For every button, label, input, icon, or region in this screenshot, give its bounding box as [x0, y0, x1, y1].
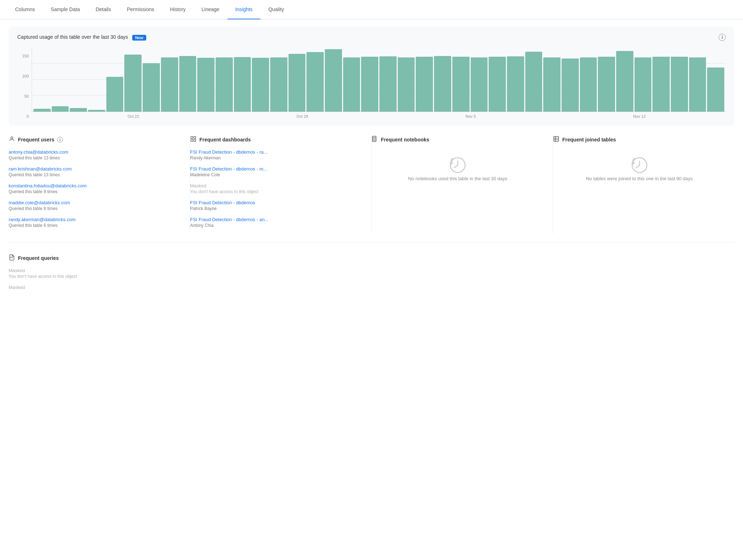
frequent-queries-title: Frequent queries [18, 255, 59, 261]
frequent-queries-header: Frequent queries [9, 254, 734, 262]
tab-lineage[interactable]: Lineage [194, 0, 227, 19]
bar-0 [33, 109, 51, 112]
svg-rect-3 [191, 140, 193, 141]
frequent-users-info-icon[interactable]: ℹ [57, 137, 63, 143]
bar-29 [562, 59, 579, 112]
notebook-icon [372, 136, 378, 144]
bar-22 [434, 56, 451, 112]
frequent-queries-section: Frequent queries Masked You don't have a… [9, 254, 734, 290]
bar-6 [143, 63, 160, 112]
tab-insights[interactable]: Insights [227, 0, 260, 19]
svg-rect-1 [191, 136, 193, 138]
main-content: Captured usage of this table over the la… [0, 19, 743, 303]
dashboard-name[interactable]: FSI Fraud Detection - dbdemos - ra... [190, 149, 363, 155]
bar-21 [416, 57, 433, 112]
bar-5 [124, 55, 142, 112]
frequent-notebooks-title: Frequent notebooks [381, 137, 429, 143]
dashboard-owner: Randy Akerman [190, 155, 363, 160]
bar-4 [106, 77, 124, 112]
queries-icon [9, 254, 15, 262]
bar-25 [489, 57, 506, 112]
user-email[interactable]: ram.krishnan@databricks.com [9, 166, 181, 172]
tab-details[interactable]: Details [88, 0, 119, 19]
tab-quality[interactable]: Quality [260, 0, 292, 19]
joined-tables-icon [553, 136, 559, 144]
chart-wrapper: 150 100 50 0 Oct 22Oct 29Nov 5Nov 12 [17, 47, 726, 118]
bar-34 [652, 57, 670, 112]
frequent-joined-tables-header: Frequent joined tables [553, 136, 726, 144]
notebooks-empty-state: No notebooks used this table in the last… [372, 149, 544, 188]
user-email[interactable]: randy.akerman@databricks.com [9, 217, 181, 222]
bars-container [32, 47, 726, 112]
dashboard-item: FSI Fraud Detection - dbdemos - an... An… [190, 217, 363, 228]
user-email[interactable]: maddie.cole@databricks.com [9, 200, 181, 205]
user-item: randy.akerman@databricks.com Queried thi… [9, 217, 181, 228]
dashboard-masked-label: Masked [190, 183, 363, 188]
chart-title: Captured usage of this table over the la… [17, 34, 128, 40]
new-badge: New [132, 35, 146, 41]
dashboard-icon [190, 136, 197, 144]
query-item: Masked You don't have access to this obj… [9, 268, 734, 279]
user-query-count: Queried this table 9 times [9, 189, 181, 194]
frequent-dashboards-header: Frequent dashboards [190, 136, 363, 144]
bar-11 [234, 57, 251, 112]
bar-35 [671, 57, 688, 112]
dashboard-owner: Antony Chia [190, 223, 363, 228]
query-masked-sub: You don't have access to this object [9, 274, 734, 279]
user-query-count: Queried this table 8 times [9, 206, 181, 211]
user-query-count: Queried this table 13 times [9, 172, 181, 177]
bar-20 [398, 57, 415, 112]
joined-tables-empty-icon [629, 155, 650, 175]
bar-12 [252, 58, 269, 112]
user-item: antony.chia@databricks.com Queried this … [9, 149, 181, 160]
bar-2 [70, 108, 87, 112]
dashboard-name[interactable]: FSI Fraud Detection - dbdemos - m... [190, 166, 363, 172]
svg-rect-15 [554, 136, 559, 141]
dashboard-owner: Madeleine Cole [190, 172, 363, 177]
dashboard-item: FSI Fraud Detection - dbdemos Patrick Ba… [190, 200, 363, 211]
frequent-joined-tables-section: Frequent joined tables No tables were jo… [553, 136, 734, 234]
frequent-notebooks-section: Frequent notebooks No notebooks used thi… [372, 136, 553, 234]
query-masked-label: Masked [9, 285, 734, 290]
dashboard-item: FSI Fraud Detection - dbdemos - m... Mad… [190, 166, 363, 177]
tab-permissions[interactable]: Permissions [119, 0, 162, 19]
user-query-count: Queried this table 6 times [9, 223, 181, 228]
bar-9 [197, 58, 214, 112]
frequent-joined-tables-title: Frequent joined tables [562, 137, 616, 143]
tab-sample-data[interactable]: Sample Data [43, 0, 88, 19]
bar-7 [161, 57, 178, 112]
y-label-50: 50 [24, 94, 29, 98]
joined-tables-empty-state: No tables were joined to this one in the… [553, 149, 726, 188]
chart-area: Oct 22Oct 29Nov 5Nov 12 [32, 47, 726, 118]
dashboard-name[interactable]: FSI Fraud Detection - dbdemos - an... [190, 217, 363, 222]
bar-1 [52, 106, 69, 112]
dashboard-name[interactable]: FSI Fraud Detection - dbdemos [190, 200, 363, 205]
bar-32 [616, 51, 633, 112]
sections-row: Frequent users ℹ antony.chia@databricks.… [9, 136, 734, 243]
bar-10 [216, 57, 233, 112]
svg-rect-2 [194, 136, 196, 138]
x-label-Oct-29: Oct 29 [296, 114, 308, 118]
dashboard-item: Masked You don't have access to this obj… [190, 183, 363, 194]
bar-28 [543, 57, 560, 112]
bar-24 [471, 57, 488, 112]
frequent-dashboards-section: Frequent dashboards FSI Fraud Detection … [190, 136, 372, 234]
frequent-notebooks-header: Frequent notebooks [372, 136, 544, 144]
bar-14 [289, 54, 306, 112]
tab-columns[interactable]: Columns [7, 0, 43, 19]
user-email[interactable]: antony.chia@databricks.com [9, 149, 181, 155]
dashboard-owner: Patrick Bayne [190, 206, 363, 211]
frequent-users-title: Frequent users [18, 137, 54, 143]
chart-title-area: Captured usage of this table over the la… [17, 34, 146, 40]
user-email[interactable]: konstantina.fotiadou@databricks.com [9, 183, 181, 188]
frequent-users-header: Frequent users ℹ [9, 136, 181, 144]
user-icon [9, 136, 15, 144]
tab-history[interactable]: History [162, 0, 194, 19]
bar-13 [270, 57, 287, 112]
bar-23 [452, 57, 470, 112]
chart-info-icon[interactable]: ℹ [719, 34, 726, 41]
query-item: Masked [9, 285, 734, 290]
user-query-count: Queried this table 13 times [9, 155, 181, 160]
svg-rect-4 [194, 140, 196, 141]
bar-26 [507, 56, 524, 112]
